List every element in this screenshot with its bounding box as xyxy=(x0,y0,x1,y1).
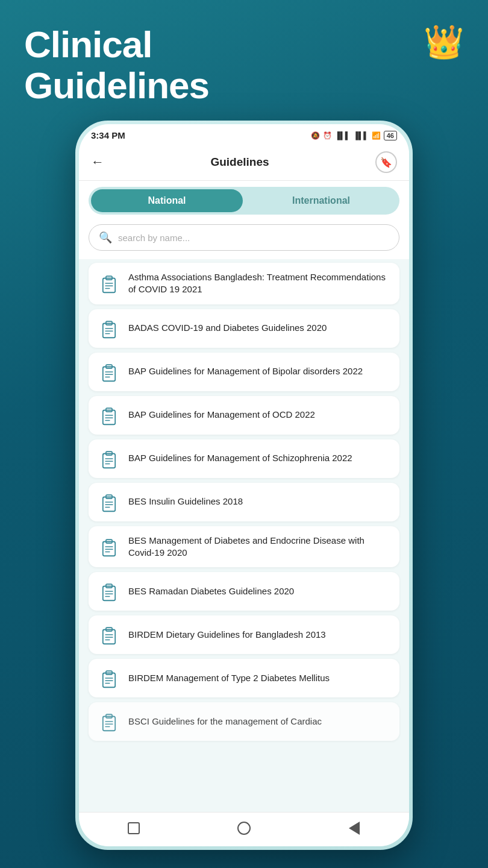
svg-rect-10 xyxy=(103,366,115,381)
status-bar: 3:34 PM 🔕 ⏰ ▐▌▌ ▐▌▌ 📶 46 xyxy=(79,124,409,144)
circle-icon xyxy=(237,822,251,835)
guideline-text: BIRDEM Dietary Guidelines for Bangladesh… xyxy=(128,629,326,641)
search-input[interactable]: search by name... xyxy=(118,233,389,243)
svg-rect-30 xyxy=(103,541,115,556)
square-icon xyxy=(128,822,140,834)
guideline-text: BSCI Guidelines for the management of Ca… xyxy=(128,715,322,728)
tab-international[interactable]: International xyxy=(245,189,397,212)
phone-screen: 3:34 PM 🔕 ⏰ ▐▌▌ ▐▌▌ 📶 46 ← Guidelines 🔖 … xyxy=(79,124,409,846)
bookmark-icon: 🔖 xyxy=(380,157,392,168)
guideline-text: Asthma Associations Bangladesh: Treatmen… xyxy=(128,271,390,296)
svg-rect-5 xyxy=(103,323,115,338)
svg-rect-25 xyxy=(103,497,115,511)
list-item[interactable]: BIRDEM Dietary Guidelines for Bangladesh… xyxy=(89,615,399,654)
guideline-icon xyxy=(98,711,120,732)
svg-rect-45 xyxy=(103,673,115,688)
guideline-text: BES Ramadan Diabetes Guidelines 2020 xyxy=(128,585,294,597)
phone-device: 3:34 PM 🔕 ⏰ ▐▌▌ ▐▌▌ 📶 46 ← Guidelines 🔖 … xyxy=(75,121,413,850)
status-time: 3:34 PM xyxy=(91,130,125,140)
search-icon: 🔍 xyxy=(99,231,112,244)
tabs-bar: National International xyxy=(89,187,399,215)
triangle-icon xyxy=(349,822,360,835)
list-item[interactable]: BSCI Guidelines for the management of Ca… xyxy=(89,702,399,741)
list-item[interactable]: BES Management of Diabetes and Endocrine… xyxy=(89,526,399,568)
guideline-text: BAP Guidelines for Management of Bipolar… xyxy=(128,365,363,377)
list-item[interactable]: BADAS COVID-19 and Diabetes Guidelines 2… xyxy=(89,309,399,348)
signal2-icon: ▐▌▌ xyxy=(353,131,369,140)
list-item[interactable]: BAP Guidelines for Management of Bipolar… xyxy=(89,353,399,391)
search-box[interactable]: 🔍 search by name... xyxy=(89,224,399,251)
list-item[interactable]: BES Insulin Guidelines 2018 xyxy=(89,483,399,521)
svg-rect-50 xyxy=(103,717,115,731)
list-item[interactable]: BAP Guidelines for Management of OCD 202… xyxy=(89,396,399,435)
bookmark-button[interactable]: 🔖 xyxy=(375,151,397,173)
nav-back-button[interactable] xyxy=(346,820,363,837)
svg-rect-15 xyxy=(103,410,115,424)
svg-rect-20 xyxy=(103,453,115,468)
guideline-text: BES Management of Diabetes and Endocrine… xyxy=(128,535,390,559)
guideline-text: BES Insulin Guidelines 2018 xyxy=(128,495,243,508)
guidelines-list: Asthma Associations Bangladesh: Treatmen… xyxy=(79,259,409,812)
guideline-text: BAP Guidelines for Management of Schizop… xyxy=(128,452,352,464)
nav-home-button[interactable] xyxy=(236,820,252,837)
crown-icon: 👑 xyxy=(424,23,464,61)
battery-indicator: 46 xyxy=(384,131,397,140)
svg-rect-35 xyxy=(103,587,115,601)
tabs-container: National International xyxy=(79,181,409,221)
guideline-icon xyxy=(98,624,120,646)
guideline-text: BAP Guidelines for Management of OCD 202… xyxy=(128,409,315,421)
list-item[interactable]: Asthma Associations Bangladesh: Treatmen… xyxy=(89,263,399,304)
guideline-icon xyxy=(98,491,120,513)
list-item[interactable]: BAP Guidelines for Management of Schizop… xyxy=(89,439,399,478)
list-item[interactable]: BIRDEM Management of Type 2 Diabetes Mel… xyxy=(89,659,399,697)
nav-square-button[interactable] xyxy=(125,820,142,837)
page-title: Clinical Guidelines xyxy=(24,24,209,106)
guideline-icon xyxy=(98,404,120,426)
wifi-icon: 📶 xyxy=(372,131,381,140)
guideline-icon xyxy=(98,580,120,602)
signal1-icon: ▐▌▌ xyxy=(335,131,351,140)
tab-national[interactable]: National xyxy=(91,189,243,212)
svg-rect-0 xyxy=(103,278,115,293)
guideline-icon xyxy=(98,448,120,470)
alarm-icon: 🔕 xyxy=(311,131,320,140)
guideline-icon xyxy=(98,536,120,558)
search-container: 🔍 search by name... xyxy=(79,221,409,259)
guideline-icon xyxy=(98,272,120,294)
app-header: ← Guidelines 🔖 xyxy=(79,144,409,181)
list-item[interactable]: BES Ramadan Diabetes Guidelines 2020 xyxy=(89,572,399,611)
guideline-icon xyxy=(98,667,120,689)
back-button[interactable]: ← xyxy=(91,154,104,170)
header-title: Guidelines xyxy=(210,156,269,169)
status-icons: 🔕 ⏰ ▐▌▌ ▐▌▌ 📶 46 xyxy=(311,131,397,140)
bottom-nav xyxy=(79,812,409,846)
guideline-text: BADAS COVID-19 and Diabetes Guidelines 2… xyxy=(128,322,327,334)
alarm2-icon: ⏰ xyxy=(323,131,332,140)
guideline-text: BIRDEM Management of Type 2 Diabetes Mel… xyxy=(128,672,330,684)
guideline-icon xyxy=(98,361,120,383)
svg-rect-40 xyxy=(103,630,115,644)
guideline-icon xyxy=(98,318,120,339)
